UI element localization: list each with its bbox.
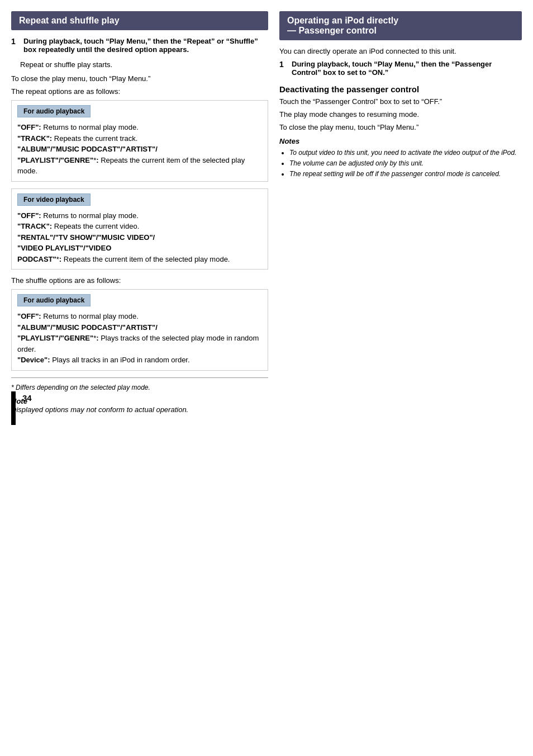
audio2-content: "OFF": Returns to normal play mode. "ALB…	[17, 311, 262, 366]
right-header-line2: — Passenger control	[287, 26, 377, 35]
audio-label-1: For audio playback	[17, 105, 91, 117]
left-step1: 1 During playback, touch “Play Menu,” th…	[11, 37, 268, 69]
right-step1: 1 During playback, touch “Play Menu,” th…	[279, 60, 522, 79]
right-step1-number: 1	[279, 60, 288, 79]
notes-label: Notes	[279, 137, 522, 145]
black-sidebar-bar	[11, 391, 16, 425]
note-item-3: The repeat setting will be off if the pa…	[289, 169, 522, 179]
video-playback-box: For video playback "OFF": Returns to nor…	[11, 188, 268, 270]
deactivate-heading: Deactivating the passenger control	[279, 84, 522, 94]
left-section-header: Repeat and shuffle play	[11, 11, 268, 30]
deactivate-line3: To close the play menu, touch “Play Menu…	[279, 123, 522, 131]
note-item-1: To output video to this unit, you need t…	[289, 148, 522, 158]
audio1-content: "OFF": Returns to normal play mode. "TRA…	[17, 122, 262, 177]
deactivate-line1: Touch the “Passenger Control” box to set…	[279, 97, 522, 106]
audio-playback-box-1: For audio playback "OFF": Returns to nor…	[11, 100, 268, 182]
left-step1-text: During playback, touch “Play Menu,” then…	[23, 37, 268, 54]
right-section-header: Operating an iPod directly — Passenger c…	[279, 11, 522, 40]
notes-list: To output video to this unit, you need t…	[289, 148, 522, 180]
audio-label-2: For audio playback	[17, 294, 91, 306]
page-number: 34	[22, 393, 32, 403]
footnote1: * Differs depending on the selected play…	[11, 384, 268, 391]
right-column: Operating an iPod directly — Passenger c…	[279, 11, 522, 414]
left-step1-number: 1	[11, 37, 20, 56]
note-item-2: The volume can be adjusted only by this …	[289, 158, 522, 169]
left-line3: The shuffle options are as follows:	[11, 276, 268, 285]
left-line2: The repeat options are as follows:	[11, 87, 268, 96]
right-header-line1: Operating an iPod directly	[287, 16, 398, 25]
left-column: Repeat and shuffle play 1 During playbac…	[11, 11, 268, 414]
right-intro: You can directly operate an iPod connect…	[279, 47, 522, 55]
video-content: "OFF": Returns to normal play mode. "TRA…	[17, 210, 262, 265]
divider-1	[11, 377, 268, 378]
video-label: For video playback	[17, 193, 91, 206]
audio-playback-box-2: For audio playback "OFF": Returns to nor…	[11, 289, 268, 371]
left-step1-subtext: Repeat or shuffle play starts.	[20, 60, 268, 69]
right-step1-text: During playback, touch “Play Menu,” then…	[292, 60, 522, 77]
deactivate-line2: The play mode changes to resuming mode.	[279, 110, 522, 119]
note-label: Note	[11, 397, 268, 405]
left-line1: To close the play menu, touch “Play Menu…	[11, 74, 268, 83]
note-text: Displayed options may not conform to act…	[11, 405, 268, 414]
